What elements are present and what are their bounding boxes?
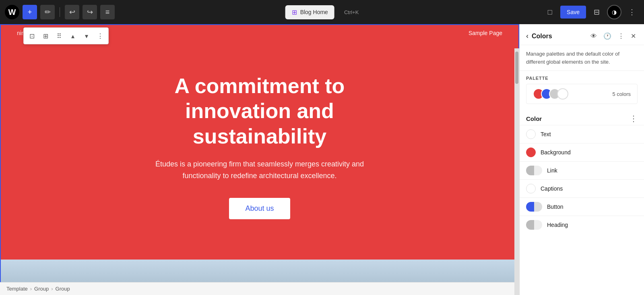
styles-panel-title-row: ‹ Colors	[526, 32, 552, 40]
scrollbar-thumb[interactable]	[515, 52, 518, 84]
color-dot-heading	[526, 220, 542, 230]
eye-button[interactable]: 👁	[589, 31, 599, 42]
copy-block-button[interactable]: ⊡	[25, 29, 38, 42]
back-button[interactable]: ‹	[526, 32, 528, 40]
canvas-wrapper: ⊡ ⊞ ⠿ ▴ ▾ ⋮ ning-bb7c24.instawp.xyz Samp…	[0, 24, 519, 295]
split-view-button[interactable]: ⊟	[589, 5, 604, 19]
breadcrumb-template: Template	[6, 286, 28, 292]
color-label-button: Button	[547, 204, 563, 210]
move-down-button[interactable]: ▾	[80, 29, 93, 42]
keyboard-shortcut: Ctrl+K	[344, 9, 359, 15]
move-up-button[interactable]: ▴	[66, 29, 79, 42]
save-button[interactable]: Save	[560, 6, 586, 19]
panel-more-button[interactable]: ⋮	[616, 31, 626, 42]
color-item-link[interactable]: Link	[520, 161, 644, 179]
hero-section: A commitment to innovation and sustainab…	[1, 41, 518, 260]
toolbar-divider-1	[60, 7, 60, 17]
color-dot-link	[526, 166, 542, 175]
block-more-button[interactable]: ⋮	[94, 29, 107, 42]
canvas-frame: ning-bb7c24.instawp.xyz Sample Page A co…	[0, 24, 519, 295]
device-preview-button[interactable]: □	[543, 5, 557, 19]
dark-mode-icon: ◑	[612, 9, 617, 15]
palette-swatches	[533, 88, 568, 100]
drag-handle[interactable]: ⠿	[53, 29, 66, 42]
close-panel-button[interactable]: ✕	[629, 31, 638, 42]
list-view-button[interactable]: ≡	[100, 5, 115, 19]
color-item-text[interactable]: Text	[520, 125, 644, 143]
palette-section: PALETTE 5 colors	[520, 71, 644, 109]
panel-description: Manage palettes and the default color of…	[520, 45, 644, 71]
breadcrumb: Template › Group › Group	[0, 282, 514, 295]
breadcrumb-group-2: Group	[56, 286, 70, 292]
color-label-background: Background	[541, 149, 571, 156]
color-item-captions[interactable]: Captions	[520, 179, 644, 197]
color-label-heading: Heading	[547, 222, 568, 228]
pen-button[interactable]: ✏	[40, 5, 55, 19]
color-section-title: Color	[526, 115, 542, 122]
breadcrumb-sep-2: ›	[51, 286, 53, 292]
duplicate-block-button[interactable]: ⊞	[39, 29, 52, 42]
color-dot-button	[526, 202, 542, 212]
toolbar-right: □ Save ⊟ ◑ ⋮	[543, 5, 639, 19]
wordpress-logo[interactable]: W	[5, 5, 19, 19]
palette-count: 5 colors	[612, 91, 631, 97]
color-dot-captions	[526, 184, 536, 193]
swatch-white	[557, 88, 568, 100]
color-label-captions: Captions	[541, 185, 563, 192]
redo-button[interactable]: ↪	[83, 5, 97, 19]
add-button[interactable]: +	[23, 5, 37, 19]
about-us-button[interactable]: About us	[229, 198, 290, 219]
toolbar-left: W + ✏ ↩ ↪ ≡	[5, 5, 115, 19]
color-label-text: Text	[541, 131, 551, 137]
canvas-scrollbar[interactable]	[514, 48, 519, 295]
hero-subtitle: Études is a pioneering firm that seamles…	[139, 158, 380, 182]
toolbar-center: ⊞ Blog Home Ctrl+K	[285, 5, 359, 19]
wp-logo-text: W	[8, 8, 16, 17]
blog-home-label: Blog Home	[300, 9, 328, 15]
history-button[interactable]: 🕐	[602, 31, 613, 42]
main-toolbar: W + ✏ ↩ ↪ ≡ ⊞ Blog Home Ctrl+K □ Save ⊟ …	[0, 0, 644, 24]
color-dot-text	[526, 129, 536, 139]
color-section-header: Color ⋮	[520, 109, 644, 125]
blog-home-button[interactable]: ⊞ Blog Home	[285, 5, 334, 19]
color-section: Color ⋮ Text Background Link Caption	[520, 109, 644, 234]
styles-panel-header: ‹ Colors 👁 🕐 ⋮ ✕	[520, 24, 644, 45]
breadcrumb-group-1: Group	[34, 286, 49, 292]
color-item-background[interactable]: Background	[520, 143, 644, 161]
color-dot-background	[526, 148, 536, 157]
palette-label: PALETTE	[526, 76, 638, 81]
palette-row[interactable]: 5 colors	[526, 84, 638, 104]
color-item-button[interactable]: Button	[520, 197, 644, 216]
styles-panel: ‹ Colors 👁 🕐 ⋮ ✕ Manage palettes and the…	[519, 24, 644, 295]
main-area: ⊡ ⊞ ⠿ ▴ ▾ ⋮ ning-bb7c24.instawp.xyz Samp…	[0, 24, 644, 295]
color-label-link: Link	[547, 167, 557, 174]
breadcrumb-sep-1: ›	[30, 286, 32, 292]
color-section-menu-button[interactable]: ⋮	[630, 114, 638, 123]
block-toolbar: ⊡ ⊞ ⠿ ▴ ▾ ⋮	[23, 27, 109, 44]
blog-home-icon: ⊞	[292, 8, 297, 16]
hero-title: A commitment to innovation and sustainab…	[119, 73, 400, 149]
sample-page-link[interactable]: Sample Page	[469, 30, 502, 36]
undo-button[interactable]: ↩	[65, 5, 79, 19]
dark-mode-button[interactable]: ◑	[607, 5, 621, 19]
styles-panel-actions: 👁 🕐 ⋮ ✕	[589, 31, 638, 42]
more-options-button[interactable]: ⋮	[625, 5, 639, 19]
styles-panel-title: Colors	[532, 33, 552, 40]
color-item-heading[interactable]: Heading	[520, 216, 644, 234]
